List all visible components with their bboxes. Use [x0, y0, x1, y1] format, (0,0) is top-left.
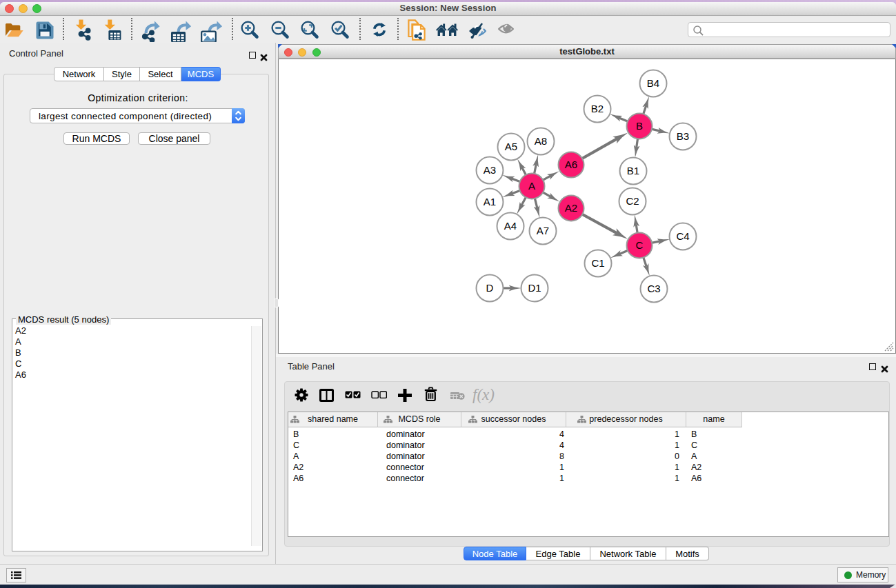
- svg-text:A3: A3: [484, 164, 496, 176]
- svg-text:A: A: [528, 180, 535, 192]
- svg-text:A8: A8: [535, 135, 547, 147]
- svg-text:D1: D1: [528, 282, 541, 294]
- svg-text:C4: C4: [676, 230, 689, 242]
- svg-text:D: D: [486, 282, 494, 294]
- svg-text:A6: A6: [565, 159, 577, 170]
- svg-text:A4: A4: [504, 220, 517, 232]
- svg-text:B1: B1: [627, 165, 639, 176]
- svg-text:B4: B4: [647, 77, 659, 89]
- svg-text:A7: A7: [537, 225, 549, 236]
- svg-text:B3: B3: [677, 130, 689, 142]
- svg-text:B2: B2: [591, 103, 604, 114]
- svg-text:A5: A5: [505, 141, 517, 152]
- svg-text:A2: A2: [565, 202, 577, 214]
- svg-text:C1: C1: [591, 257, 604, 269]
- svg-text:C3: C3: [647, 283, 660, 294]
- svg-text:C2: C2: [626, 195, 639, 207]
- svg-text:A1: A1: [484, 196, 496, 207]
- svg-text:C: C: [636, 239, 644, 251]
- svg-text:B: B: [636, 120, 643, 132]
